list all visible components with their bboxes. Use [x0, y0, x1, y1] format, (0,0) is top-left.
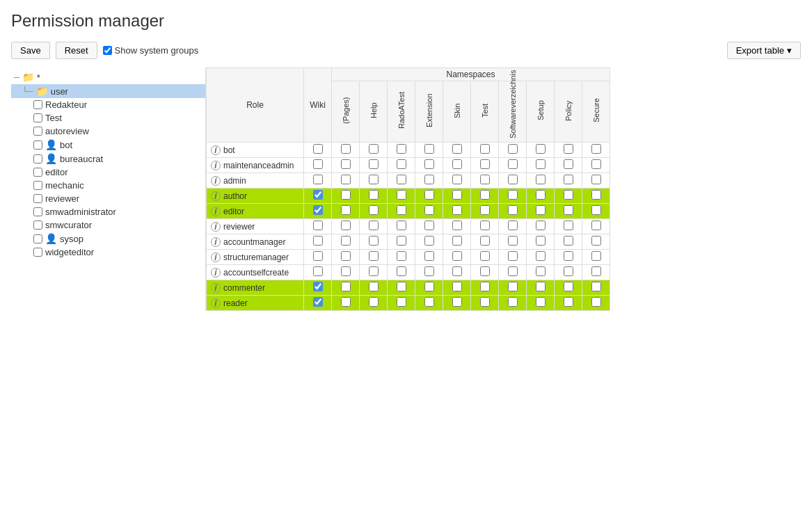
checkbox-accountselfcreate-skin[interactable]: [452, 266, 462, 276]
checkbox-bot-wiki[interactable]: [313, 144, 323, 154]
info-button-commenter[interactable]: i: [211, 283, 221, 293]
sidebar-item-user[interactable]: └─📁user: [11, 84, 205, 98]
info-button-reader[interactable]: i: [211, 298, 221, 308]
checkbox-structuremanager-setup[interactable]: [536, 251, 546, 261]
checkbox-reviewer-extension[interactable]: [424, 221, 434, 230]
checkbox-accountmanager-setup[interactable]: [536, 236, 546, 246]
checkbox-editor-setup[interactable]: [536, 205, 546, 215]
sidebar-item-editor[interactable]: editor: [11, 166, 205, 179]
checkbox-admin-radoatest[interactable]: [397, 175, 406, 184]
sidebar-item-redakteur[interactable]: Redakteur: [11, 98, 205, 111]
checkbox-admin-secure[interactable]: [591, 175, 601, 184]
checkbox-reviewer-setup[interactable]: [536, 221, 546, 230]
checkbox-structuremanager-radoatest[interactable]: [397, 251, 406, 261]
sidebar-checkbox-editor[interactable]: [33, 168, 42, 177]
checkbox-admin-help[interactable]: [369, 175, 379, 184]
checkbox-author-extension[interactable]: [424, 190, 434, 200]
checkbox-author-wiki[interactable]: [313, 190, 323, 200]
info-button-accountmanager[interactable]: i: [211, 237, 221, 247]
checkbox-editor-wiki[interactable]: [313, 205, 323, 215]
checkbox-admin-test[interactable]: [480, 175, 490, 184]
sidebar-item-autoreview[interactable]: autoreview: [11, 125, 205, 138]
checkbox-bot-radoatest[interactable]: [397, 144, 406, 154]
checkbox-maintenanceadmin-secure[interactable]: [591, 159, 601, 169]
checkbox-accountselfcreate-policy[interactable]: [564, 266, 573, 276]
checkbox-editor-radoatest[interactable]: [397, 205, 406, 215]
checkbox-admin-extension[interactable]: [424, 175, 434, 184]
checkbox-reader-secure[interactable]: [591, 297, 601, 307]
checkbox-author-skin[interactable]: [452, 190, 462, 200]
checkbox-admin-pages[interactable]: [341, 175, 351, 184]
checkbox-structuremanager-help[interactable]: [369, 251, 379, 261]
checkbox-maintenanceadmin-softwareverzeichnis[interactable]: [508, 159, 518, 169]
checkbox-author-help[interactable]: [369, 190, 379, 200]
checkbox-reader-extension[interactable]: [424, 297, 434, 307]
checkbox-structuremanager-test[interactable]: [480, 251, 490, 261]
show-system-groups-checkbox[interactable]: [103, 46, 112, 55]
checkbox-maintenanceadmin-wiki[interactable]: [313, 159, 323, 169]
checkbox-admin-policy[interactable]: [564, 175, 573, 184]
info-button-author[interactable]: i: [211, 191, 221, 201]
checkbox-structuremanager-policy[interactable]: [564, 251, 573, 261]
checkbox-reviewer-skin[interactable]: [452, 221, 462, 230]
sidebar-checkbox-bot[interactable]: [33, 141, 42, 150]
info-button-bot[interactable]: i: [211, 145, 221, 155]
checkbox-reader-softwareverzeichnis[interactable]: [508, 297, 518, 307]
checkbox-bot-skin[interactable]: [452, 144, 462, 154]
checkbox-author-softwareverzeichnis[interactable]: [508, 190, 518, 200]
checkbox-bot-pages[interactable]: [341, 144, 351, 154]
checkbox-accountmanager-radoatest[interactable]: [397, 236, 406, 246]
checkbox-admin-wiki[interactable]: [313, 175, 323, 184]
checkbox-editor-policy[interactable]: [564, 205, 573, 215]
checkbox-maintenanceadmin-radoatest[interactable]: [397, 159, 406, 169]
checkbox-reader-pages[interactable]: [341, 297, 351, 307]
checkbox-author-test[interactable]: [480, 190, 490, 200]
sidebar-item-sysop[interactable]: 👤sysop: [11, 232, 205, 246]
sidebar-checkbox-mechanic[interactable]: [33, 181, 42, 190]
checkbox-editor-secure[interactable]: [591, 205, 601, 215]
sidebar-item-bureaucrat[interactable]: 👤bureaucrat: [11, 152, 205, 166]
checkbox-accountmanager-wiki[interactable]: [313, 236, 323, 246]
checkbox-bot-softwareverzeichnis[interactable]: [508, 144, 518, 154]
checkbox-editor-test[interactable]: [480, 205, 490, 215]
checkbox-commenter-test[interactable]: [480, 282, 490, 291]
checkbox-accountmanager-extension[interactable]: [424, 236, 434, 246]
checkbox-reader-test[interactable]: [480, 297, 490, 307]
checkbox-commenter-extension[interactable]: [424, 282, 434, 291]
checkbox-commenter-pages[interactable]: [341, 282, 351, 291]
info-button-admin[interactable]: i: [211, 176, 221, 186]
checkbox-accountselfcreate-pages[interactable]: [341, 266, 351, 276]
checkbox-maintenanceadmin-help[interactable]: [369, 159, 379, 169]
info-button-editor[interactable]: i: [211, 207, 221, 216]
checkbox-reviewer-radoatest[interactable]: [397, 221, 406, 230]
sidebar-checkbox-autoreview[interactable]: [33, 127, 42, 136]
checkbox-author-radoatest[interactable]: [397, 190, 406, 200]
checkbox-structuremanager-secure[interactable]: [591, 251, 601, 261]
checkbox-reviewer-test[interactable]: [480, 221, 490, 230]
checkbox-author-secure[interactable]: [591, 190, 601, 200]
checkbox-accountmanager-test[interactable]: [480, 236, 490, 246]
info-button-accountselfcreate[interactable]: i: [211, 268, 221, 278]
checkbox-bot-help[interactable]: [369, 144, 379, 154]
checkbox-accountselfcreate-wiki[interactable]: [313, 266, 323, 276]
checkbox-reviewer-wiki[interactable]: [313, 221, 323, 230]
checkbox-accountmanager-softwareverzeichnis[interactable]: [508, 236, 518, 246]
checkbox-reviewer-secure[interactable]: [591, 221, 601, 230]
info-button-maintenanceadmin[interactable]: i: [211, 161, 221, 170]
checkbox-structuremanager-extension[interactable]: [424, 251, 434, 261]
checkbox-author-pages[interactable]: [341, 190, 351, 200]
checkbox-maintenanceadmin-pages[interactable]: [341, 159, 351, 169]
reset-button[interactable]: Reset: [56, 42, 97, 59]
sidebar-item-reviewer[interactable]: reviewer: [11, 192, 205, 205]
checkbox-bot-extension[interactable]: [424, 144, 434, 154]
checkbox-reviewer-help[interactable]: [369, 221, 379, 230]
checkbox-reader-help[interactable]: [369, 297, 379, 307]
checkbox-accountselfcreate-secure[interactable]: [591, 266, 601, 276]
checkbox-commenter-softwareverzeichnis[interactable]: [508, 282, 518, 291]
checkbox-commenter-wiki[interactable]: [313, 282, 323, 291]
save-button[interactable]: Save: [11, 42, 50, 59]
checkbox-accountselfcreate-help[interactable]: [369, 266, 379, 276]
checkbox-author-policy[interactable]: [564, 190, 573, 200]
checkbox-reviewer-policy[interactable]: [564, 221, 573, 230]
checkbox-reviewer-pages[interactable]: [341, 221, 351, 230]
